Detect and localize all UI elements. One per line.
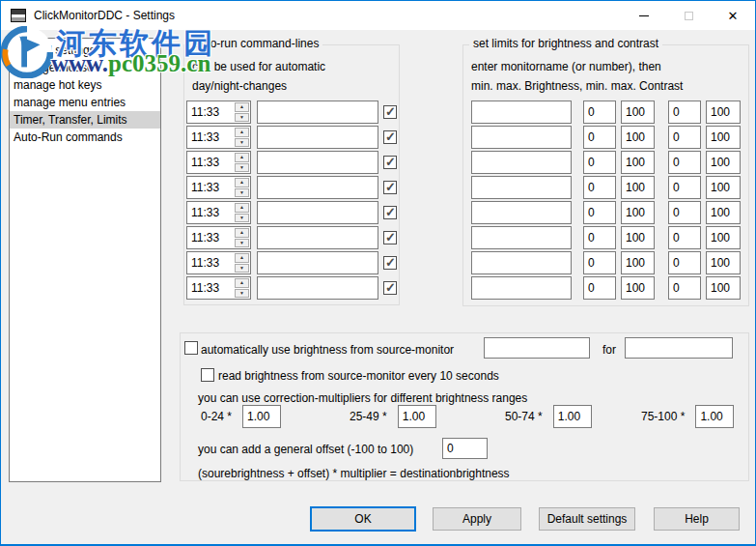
monitor-name-input[interactable]: [471, 276, 572, 300]
enabled-checkbox[interactable]: [383, 231, 397, 244]
monitor-name-input[interactable]: [471, 126, 572, 149]
enabled-checkbox[interactable]: [383, 281, 397, 295]
monitor-name-input[interactable]: [471, 201, 572, 224]
maximize-button[interactable]: [666, 1, 711, 30]
sidebar-item[interactable]: manage mouse: [10, 59, 160, 76]
max-brightness-input[interactable]: [621, 226, 655, 249]
max-brightness-input[interactable]: [621, 176, 655, 199]
monitor-name-input[interactable]: [471, 101, 572, 124]
sidebar-item[interactable]: general settings: [10, 42, 160, 59]
time-input[interactable]: [187, 177, 234, 198]
min-contrast-input[interactable]: [668, 126, 701, 149]
command-line-input[interactable]: [257, 251, 378, 274]
default-settings-button[interactable]: Default settings: [539, 507, 635, 531]
command-line-input[interactable]: [257, 226, 378, 249]
monitor-name-input[interactable]: [471, 151, 572, 174]
min-contrast-input[interactable]: [668, 251, 701, 274]
apply-button[interactable]: Apply: [433, 507, 521, 531]
enabled-checkbox[interactable]: [383, 206, 397, 219]
minimize-button[interactable]: [622, 1, 666, 30]
spin-up-button[interactable]: ▲: [235, 153, 249, 162]
ok-button[interactable]: OK: [310, 506, 416, 532]
monitor-name-input[interactable]: [471, 226, 572, 249]
max-brightness-input[interactable]: [621, 101, 655, 124]
close-button[interactable]: ✕: [711, 1, 755, 30]
min-contrast-input[interactable]: [668, 226, 701, 249]
command-line-input[interactable]: [257, 201, 378, 224]
multiplier-input[interactable]: [695, 405, 734, 428]
min-brightness-input[interactable]: [583, 151, 616, 174]
enabled-checkbox[interactable]: [383, 105, 397, 119]
min-contrast-input[interactable]: [668, 201, 701, 224]
min-contrast-input[interactable]: [668, 176, 701, 199]
spin-up-button[interactable]: ▲: [235, 128, 249, 137]
spin-down-button[interactable]: ▼: [235, 188, 249, 198]
time-input[interactable]: [187, 277, 234, 299]
multiplier-input[interactable]: [398, 405, 436, 428]
spin-down-button[interactable]: ▼: [235, 289, 249, 299]
enabled-checkbox[interactable]: [383, 156, 397, 169]
max-brightness-input[interactable]: [621, 251, 655, 274]
enabled-checkbox[interactable]: [383, 130, 397, 144]
destination-monitor-input[interactable]: [625, 337, 733, 359]
time-input[interactable]: [187, 127, 234, 148]
max-contrast-input[interactable]: [706, 151, 741, 174]
max-contrast-input[interactable]: [706, 201, 741, 224]
max-contrast-input[interactable]: [706, 101, 741, 124]
sidebar-item[interactable]: Auto-Run commands: [10, 129, 160, 146]
max-contrast-input[interactable]: [706, 276, 741, 300]
min-brightness-input[interactable]: [583, 276, 616, 300]
spin-up-button[interactable]: ▲: [235, 203, 249, 213]
spin-up-button[interactable]: ▲: [235, 253, 249, 263]
monitor-name-input[interactable]: [471, 251, 572, 274]
min-brightness-input[interactable]: [583, 176, 616, 199]
command-line-input[interactable]: [257, 276, 378, 300]
min-contrast-input[interactable]: [668, 101, 701, 124]
command-line-input[interactable]: [257, 126, 378, 149]
max-brightness-input[interactable]: [621, 126, 655, 149]
read-brightness-checkbox[interactable]: [201, 368, 214, 382]
max-contrast-input[interactable]: [706, 126, 741, 149]
sidebar-item[interactable]: manage menu entries: [10, 94, 160, 111]
min-contrast-input[interactable]: [668, 276, 701, 300]
spin-up-button[interactable]: ▲: [235, 102, 249, 112]
time-input[interactable]: [187, 101, 234, 123]
min-brightness-input[interactable]: [583, 101, 616, 124]
enabled-checkbox[interactable]: [383, 181, 397, 194]
spin-down-button[interactable]: ▼: [235, 138, 249, 148]
spin-up-button[interactable]: ▲: [235, 178, 249, 187]
enabled-checkbox[interactable]: [383, 256, 397, 270]
min-brightness-input[interactable]: [583, 251, 616, 274]
max-contrast-input[interactable]: [706, 176, 741, 199]
time-input[interactable]: [187, 152, 234, 173]
spin-up-button[interactable]: ▲: [235, 278, 249, 288]
spin-down-button[interactable]: ▼: [235, 163, 249, 173]
auto-use-brightness-checkbox[interactable]: [184, 341, 198, 355]
monitor-name-input[interactable]: [471, 176, 572, 199]
max-contrast-input[interactable]: [706, 251, 741, 274]
spin-down-button[interactable]: ▼: [235, 264, 249, 273]
spin-down-button[interactable]: ▼: [235, 113, 249, 123]
spin-down-button[interactable]: ▼: [235, 214, 249, 223]
min-brightness-input[interactable]: [583, 201, 616, 224]
command-line-input[interactable]: [257, 101, 378, 124]
spin-up-button[interactable]: ▲: [235, 228, 249, 238]
multiplier-input[interactable]: [242, 405, 281, 428]
command-line-input[interactable]: [257, 176, 378, 199]
offset-input[interactable]: [442, 438, 488, 459]
min-brightness-input[interactable]: [583, 126, 616, 149]
help-button[interactable]: Help: [654, 507, 740, 531]
max-contrast-input[interactable]: [706, 226, 741, 249]
source-monitor-input[interactable]: [484, 337, 590, 359]
max-brightness-input[interactable]: [621, 151, 655, 174]
multiplier-input[interactable]: [553, 405, 592, 428]
max-brightness-input[interactable]: [621, 201, 655, 224]
sidebar-item[interactable]: manage hot keys: [10, 76, 160, 94]
time-input[interactable]: [187, 227, 234, 248]
time-input[interactable]: [187, 202, 234, 223]
sidebar-item[interactable]: Timer, Transfer, Limits: [10, 111, 160, 129]
command-line-input[interactable]: [257, 151, 378, 174]
min-contrast-input[interactable]: [668, 151, 701, 174]
max-brightness-input[interactable]: [621, 276, 655, 300]
min-brightness-input[interactable]: [583, 226, 616, 249]
